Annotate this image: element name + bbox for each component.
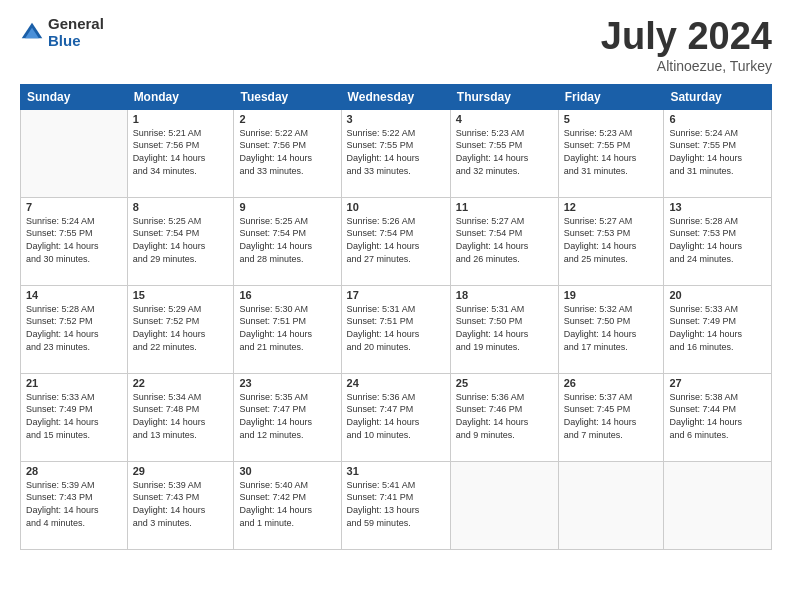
day-number: 29 xyxy=(133,465,229,477)
table-row: 2Sunrise: 5:22 AM Sunset: 7:56 PM Daylig… xyxy=(234,109,341,197)
day-info: Sunrise: 5:39 AM Sunset: 7:43 PM Dayligh… xyxy=(26,479,122,529)
day-info: Sunrise: 5:30 AM Sunset: 7:51 PM Dayligh… xyxy=(239,303,335,353)
header-tuesday: Tuesday xyxy=(234,84,341,109)
table-row: 23Sunrise: 5:35 AM Sunset: 7:47 PM Dayli… xyxy=(234,373,341,461)
day-number: 6 xyxy=(669,113,766,125)
day-info: Sunrise: 5:33 AM Sunset: 7:49 PM Dayligh… xyxy=(669,303,766,353)
table-row xyxy=(664,461,772,549)
day-number: 12 xyxy=(564,201,659,213)
table-row: 5Sunrise: 5:23 AM Sunset: 7:55 PM Daylig… xyxy=(558,109,664,197)
table-row: 8Sunrise: 5:25 AM Sunset: 7:54 PM Daylig… xyxy=(127,197,234,285)
day-info: Sunrise: 5:39 AM Sunset: 7:43 PM Dayligh… xyxy=(133,479,229,529)
table-row: 30Sunrise: 5:40 AM Sunset: 7:42 PM Dayli… xyxy=(234,461,341,549)
day-info: Sunrise: 5:24 AM Sunset: 7:55 PM Dayligh… xyxy=(26,215,122,265)
day-number: 4 xyxy=(456,113,553,125)
table-row: 26Sunrise: 5:37 AM Sunset: 7:45 PM Dayli… xyxy=(558,373,664,461)
table-row: 1Sunrise: 5:21 AM Sunset: 7:56 PM Daylig… xyxy=(127,109,234,197)
table-row: 11Sunrise: 5:27 AM Sunset: 7:54 PM Dayli… xyxy=(450,197,558,285)
day-number: 10 xyxy=(347,201,445,213)
day-number: 14 xyxy=(26,289,122,301)
day-info: Sunrise: 5:36 AM Sunset: 7:46 PM Dayligh… xyxy=(456,391,553,441)
table-row: 15Sunrise: 5:29 AM Sunset: 7:52 PM Dayli… xyxy=(127,285,234,373)
day-number: 7 xyxy=(26,201,122,213)
day-number: 22 xyxy=(133,377,229,389)
calendar-header-row: Sunday Monday Tuesday Wednesday Thursday… xyxy=(21,84,772,109)
calendar-week-2: 7Sunrise: 5:24 AM Sunset: 7:55 PM Daylig… xyxy=(21,197,772,285)
table-row: 17Sunrise: 5:31 AM Sunset: 7:51 PM Dayli… xyxy=(341,285,450,373)
day-info: Sunrise: 5:29 AM Sunset: 7:52 PM Dayligh… xyxy=(133,303,229,353)
day-number: 16 xyxy=(239,289,335,301)
table-row xyxy=(21,109,128,197)
logo-blue-text: Blue xyxy=(48,33,104,50)
day-info: Sunrise: 5:24 AM Sunset: 7:55 PM Dayligh… xyxy=(669,127,766,177)
day-number: 21 xyxy=(26,377,122,389)
table-row: 27Sunrise: 5:38 AM Sunset: 7:44 PM Dayli… xyxy=(664,373,772,461)
day-info: Sunrise: 5:31 AM Sunset: 7:51 PM Dayligh… xyxy=(347,303,445,353)
month-title: July 2024 xyxy=(601,16,772,58)
table-row xyxy=(558,461,664,549)
day-number: 9 xyxy=(239,201,335,213)
table-row: 18Sunrise: 5:31 AM Sunset: 7:50 PM Dayli… xyxy=(450,285,558,373)
day-info: Sunrise: 5:37 AM Sunset: 7:45 PM Dayligh… xyxy=(564,391,659,441)
day-info: Sunrise: 5:41 AM Sunset: 7:41 PM Dayligh… xyxy=(347,479,445,529)
header-wednesday: Wednesday xyxy=(341,84,450,109)
calendar-week-5: 28Sunrise: 5:39 AM Sunset: 7:43 PM Dayli… xyxy=(21,461,772,549)
day-info: Sunrise: 5:32 AM Sunset: 7:50 PM Dayligh… xyxy=(564,303,659,353)
logo-general-text: General xyxy=(48,16,104,33)
day-info: Sunrise: 5:23 AM Sunset: 7:55 PM Dayligh… xyxy=(456,127,553,177)
day-number: 2 xyxy=(239,113,335,125)
header-monday: Monday xyxy=(127,84,234,109)
day-number: 1 xyxy=(133,113,229,125)
day-info: Sunrise: 5:23 AM Sunset: 7:55 PM Dayligh… xyxy=(564,127,659,177)
header-saturday: Saturday xyxy=(664,84,772,109)
table-row: 25Sunrise: 5:36 AM Sunset: 7:46 PM Dayli… xyxy=(450,373,558,461)
day-info: Sunrise: 5:28 AM Sunset: 7:52 PM Dayligh… xyxy=(26,303,122,353)
day-number: 30 xyxy=(239,465,335,477)
table-row: 12Sunrise: 5:27 AM Sunset: 7:53 PM Dayli… xyxy=(558,197,664,285)
header-thursday: Thursday xyxy=(450,84,558,109)
table-row: 9Sunrise: 5:25 AM Sunset: 7:54 PM Daylig… xyxy=(234,197,341,285)
day-number: 11 xyxy=(456,201,553,213)
calendar-week-1: 1Sunrise: 5:21 AM Sunset: 7:56 PM Daylig… xyxy=(21,109,772,197)
table-row: 22Sunrise: 5:34 AM Sunset: 7:48 PM Dayli… xyxy=(127,373,234,461)
day-number: 13 xyxy=(669,201,766,213)
day-number: 27 xyxy=(669,377,766,389)
day-info: Sunrise: 5:38 AM Sunset: 7:44 PM Dayligh… xyxy=(669,391,766,441)
day-info: Sunrise: 5:28 AM Sunset: 7:53 PM Dayligh… xyxy=(669,215,766,265)
day-number: 26 xyxy=(564,377,659,389)
day-number: 24 xyxy=(347,377,445,389)
day-info: Sunrise: 5:31 AM Sunset: 7:50 PM Dayligh… xyxy=(456,303,553,353)
day-info: Sunrise: 5:33 AM Sunset: 7:49 PM Dayligh… xyxy=(26,391,122,441)
day-info: Sunrise: 5:22 AM Sunset: 7:56 PM Dayligh… xyxy=(239,127,335,177)
table-row: 20Sunrise: 5:33 AM Sunset: 7:49 PM Dayli… xyxy=(664,285,772,373)
calendar-week-3: 14Sunrise: 5:28 AM Sunset: 7:52 PM Dayli… xyxy=(21,285,772,373)
day-number: 20 xyxy=(669,289,766,301)
header: General Blue July 2024 Altinoezue, Turke… xyxy=(20,16,772,74)
table-row: 16Sunrise: 5:30 AM Sunset: 7:51 PM Dayli… xyxy=(234,285,341,373)
logo: General Blue xyxy=(20,16,104,49)
day-info: Sunrise: 5:21 AM Sunset: 7:56 PM Dayligh… xyxy=(133,127,229,177)
day-info: Sunrise: 5:36 AM Sunset: 7:47 PM Dayligh… xyxy=(347,391,445,441)
day-info: Sunrise: 5:35 AM Sunset: 7:47 PM Dayligh… xyxy=(239,391,335,441)
table-row: 28Sunrise: 5:39 AM Sunset: 7:43 PM Dayli… xyxy=(21,461,128,549)
day-info: Sunrise: 5:25 AM Sunset: 7:54 PM Dayligh… xyxy=(239,215,335,265)
table-row: 3Sunrise: 5:22 AM Sunset: 7:55 PM Daylig… xyxy=(341,109,450,197)
day-info: Sunrise: 5:27 AM Sunset: 7:54 PM Dayligh… xyxy=(456,215,553,265)
table-row: 31Sunrise: 5:41 AM Sunset: 7:41 PM Dayli… xyxy=(341,461,450,549)
logo-text: General Blue xyxy=(48,16,104,49)
title-block: July 2024 Altinoezue, Turkey xyxy=(601,16,772,74)
day-number: 17 xyxy=(347,289,445,301)
table-row: 14Sunrise: 5:28 AM Sunset: 7:52 PM Dayli… xyxy=(21,285,128,373)
day-number: 19 xyxy=(564,289,659,301)
day-info: Sunrise: 5:25 AM Sunset: 7:54 PM Dayligh… xyxy=(133,215,229,265)
table-row: 24Sunrise: 5:36 AM Sunset: 7:47 PM Dayli… xyxy=(341,373,450,461)
header-friday: Friday xyxy=(558,84,664,109)
header-sunday: Sunday xyxy=(21,84,128,109)
table-row: 7Sunrise: 5:24 AM Sunset: 7:55 PM Daylig… xyxy=(21,197,128,285)
day-number: 8 xyxy=(133,201,229,213)
day-number: 28 xyxy=(26,465,122,477)
day-number: 23 xyxy=(239,377,335,389)
day-number: 15 xyxy=(133,289,229,301)
day-number: 3 xyxy=(347,113,445,125)
day-info: Sunrise: 5:34 AM Sunset: 7:48 PM Dayligh… xyxy=(133,391,229,441)
